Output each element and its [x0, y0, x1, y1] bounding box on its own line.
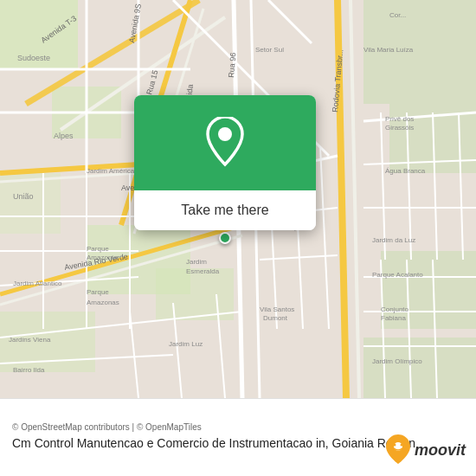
svg-text:Conjunto: Conjunto: [381, 306, 409, 313]
bottom-bar: © OpenStreetMap contributors | © OpenMap…: [0, 398, 476, 476]
map-attribution: © OpenStreetMap contributors | © OpenMap…: [12, 422, 464, 432]
svg-text:Girassóis: Girassóis: [385, 124, 414, 132]
svg-point-101: [400, 444, 402, 447]
svg-text:Jardim Luz: Jardim Luz: [169, 340, 203, 348]
map-view[interactable]: Sudoeste Alpes União Jardim América Parq…: [0, 0, 476, 398]
popup-green-area: [134, 95, 316, 190]
location-pin-icon: [203, 117, 247, 169]
svg-text:Parque: Parque: [87, 245, 109, 253]
svg-rect-10: [156, 268, 234, 320]
svg-text:Parque Acalanto: Parque Acalanto: [372, 271, 423, 279]
svg-text:Jardins Viena: Jardins Viena: [9, 336, 51, 344]
svg-text:Vila Santos: Vila Santos: [260, 306, 294, 313]
svg-point-100: [393, 444, 396, 447]
svg-text:Alpes: Alpes: [54, 132, 74, 140]
svg-text:Jardim Atlantico: Jardim Atlantico: [13, 280, 62, 287]
svg-text:Sudoeste: Sudoeste: [17, 54, 50, 62]
moovit-pin-icon: [385, 434, 411, 466]
svg-text:Vila Maria Luíza: Vila Maria Luíza: [363, 46, 414, 54]
svg-point-98: [218, 127, 232, 141]
svg-text:Cor...: Cor...: [389, 11, 406, 19]
svg-text:Dumont: Dumont: [263, 314, 288, 322]
moovit-logo: moovit: [385, 434, 466, 466]
svg-text:Fabiana: Fabiana: [381, 314, 406, 322]
svg-text:Jardim: Jardim: [186, 258, 207, 266]
take-me-there-button[interactable]: Take me there: [134, 190, 316, 230]
svg-text:Bairro Ilda: Bairro Ilda: [13, 366, 45, 374]
svg-text:Jardim da Luz: Jardim da Luz: [372, 236, 415, 244]
svg-text:União: União: [13, 192, 34, 201]
map-marker: [219, 232, 231, 244]
svg-text:Esmeralda: Esmeralda: [186, 267, 220, 275]
svg-text:Amazonas: Amazonas: [87, 299, 119, 306]
svg-text:Jardim América: Jardim América: [87, 167, 135, 175]
popup-card: Take me there: [134, 95, 316, 230]
svg-text:Privê dos: Privê dos: [385, 115, 414, 123]
moovit-brand-text: moovit: [415, 441, 466, 460]
svg-text:Água Branca: Água Branca: [385, 167, 426, 175]
svg-text:Setor Sul: Setor Sul: [255, 46, 284, 54]
svg-text:Jardim Olímpico: Jardim Olímpico: [372, 357, 422, 365]
svg-text:Parque: Parque: [87, 288, 109, 296]
